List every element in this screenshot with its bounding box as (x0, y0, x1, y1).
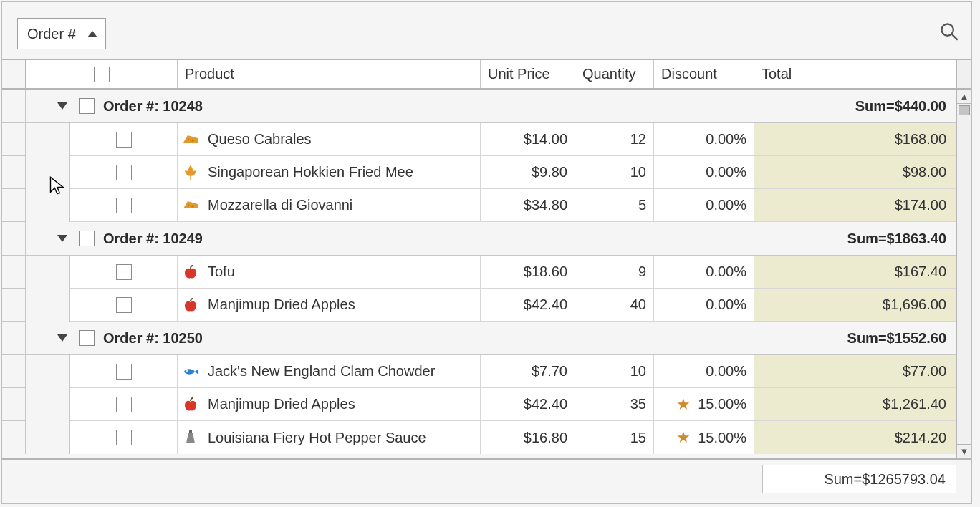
column-header-discount[interactable]: Discount (654, 60, 754, 88)
svg-point-3 (191, 139, 193, 141)
cell-quantity[interactable]: 9 (575, 256, 654, 289)
table-row[interactable]: Queso Cabrales$14.00120.00%$168.00 (2, 123, 956, 156)
cell-quantity[interactable]: 10 (575, 156, 654, 189)
select-all-header[interactable] (26, 60, 178, 88)
svg-point-0 (942, 24, 953, 36)
cell-discount-label: 0.00% (706, 363, 746, 380)
cell-discount-label: 0.00% (706, 164, 746, 180)
cell-discount[interactable]: ★15.00% (654, 421, 754, 454)
table-row[interactable]: Tofu$18.6090.00%$167.40 (2, 256, 956, 289)
group-checkbox[interactable] (79, 330, 95, 346)
cell-total[interactable]: $1,696.00 (754, 289, 956, 322)
row-checkbox[interactable] (116, 430, 132, 445)
cell-quantity[interactable]: 5 (575, 189, 654, 222)
cell-total[interactable]: $174.00 (754, 189, 956, 222)
group-expand-icon[interactable] (57, 235, 67, 242)
cell-product-label: Manjimup Dried Apples (208, 396, 355, 412)
cell-unit-price[interactable]: $42.40 (481, 388, 575, 421)
row-select-cell (70, 123, 178, 156)
group-expand-icon[interactable] (57, 102, 67, 110)
cell-unit-price[interactable]: $7.70 (481, 355, 575, 388)
cell-discount-label: 15.00% (698, 396, 746, 412)
cell-product[interactable]: Louisiana Fiery Hot Pepper Sauce (178, 421, 481, 454)
search-icon[interactable] (939, 21, 959, 42)
cell-discount[interactable]: 0.00% (654, 256, 754, 289)
cell-discount[interactable]: 0.00% (654, 156, 754, 189)
cell-discount[interactable]: ★15.00% (654, 388, 754, 421)
cell-product[interactable]: Jack's New England Clam Chowder (178, 355, 481, 388)
cell-unit-price[interactable]: $14.00 (481, 123, 575, 156)
cell-total[interactable]: $77.00 (754, 355, 956, 388)
row-select-cell (70, 156, 178, 189)
cell-product[interactable]: Queso Cabrales (178, 123, 481, 156)
cell-total[interactable]: $167.40 (754, 256, 956, 289)
row-checkbox[interactable] (116, 397, 132, 412)
group-checkbox[interactable] (79, 98, 95, 114)
row-checkbox[interactable] (116, 364, 132, 380)
group-panel: Order # (2, 2, 971, 59)
cell-discount-label: 15.00% (698, 430, 746, 446)
table-row[interactable]: Singaporean Hokkien Fried Mee$9.80100.00… (2, 156, 956, 189)
select-all-checkbox[interactable] (94, 67, 110, 82)
vertical-scrollbar[interactable]: ▲ ▼ (956, 90, 971, 458)
cell-product[interactable]: Manjimup Dried Apples (178, 289, 481, 322)
cell-quantity[interactable]: 10 (575, 355, 654, 388)
cell-quantity[interactable]: 35 (575, 388, 654, 421)
row-checkbox[interactable] (116, 198, 132, 213)
group-sum: Sum=$440.00 (754, 90, 956, 122)
cell-discount[interactable]: 0.00% (654, 189, 754, 222)
row-checkbox[interactable] (116, 132, 132, 148)
cell-discount[interactable]: 0.00% (654, 355, 754, 388)
group-checkbox[interactable] (79, 231, 95, 246)
group-expand-icon[interactable] (57, 334, 67, 342)
cell-unit-price[interactable]: $34.80 (481, 189, 575, 222)
cell-quantity[interactable]: 12 (575, 123, 654, 156)
scroll-down-icon[interactable]: ▼ (957, 444, 971, 458)
cell-product-label: Tofu (208, 264, 235, 280)
table-row[interactable]: Louisiana Fiery Hot Pepper Sauce$16.8015… (2, 421, 956, 454)
cell-discount[interactable]: 0.00% (654, 289, 754, 322)
row-indicator (2, 256, 26, 289)
cell-total[interactable]: $98.00 (754, 156, 956, 189)
table-row[interactable]: Jack's New England Clam Chowder$7.70100.… (2, 355, 956, 388)
row-select-cell (70, 289, 178, 322)
column-header-row: Product Unit Price Quantity Discount Tot… (2, 59, 971, 90)
product-category-icon (182, 197, 199, 214)
column-header-product[interactable]: Product (178, 60, 481, 88)
table-row[interactable]: Manjimup Dried Apples$42.40400.00%$1,696… (2, 289, 956, 322)
table-row[interactable]: Manjimup Dried Apples$42.4035★15.00%$1,2… (2, 388, 956, 421)
cell-quantity[interactable]: 15 (575, 421, 654, 454)
cell-discount-label: 0.00% (706, 131, 746, 148)
cell-product[interactable]: Tofu (178, 256, 481, 289)
cell-unit-price[interactable]: $16.80 (481, 421, 575, 454)
cell-product[interactable]: Singaporean Hokkien Fried Mee (178, 156, 481, 189)
group-by-box[interactable]: Order # (17, 18, 106, 49)
grid-body: Order #: 10248Sum=$440.00Queso Cabrales$… (2, 90, 971, 458)
row-select-cell (70, 355, 178, 388)
column-header-total[interactable]: Total (754, 60, 956, 88)
table-row[interactable]: Mozzarella di Giovanni$34.8050.00%$174.0… (2, 189, 956, 222)
cell-unit-price[interactable]: $9.80 (481, 156, 575, 189)
row-indicator (2, 421, 26, 454)
star-icon: ★ (676, 395, 691, 414)
cell-product[interactable]: Mozzarella di Giovanni (178, 189, 481, 222)
scroll-up-icon[interactable]: ▲ (957, 90, 971, 104)
scrollbar-thumb[interactable] (959, 105, 970, 115)
cell-unit-price[interactable]: $18.60 (481, 256, 575, 289)
cell-product[interactable]: Manjimup Dried Apples (178, 388, 481, 421)
svg-point-6 (186, 370, 188, 371)
row-checkbox[interactable] (116, 297, 132, 313)
cell-product-label: Singaporean Hokkien Fried Mee (208, 164, 413, 180)
row-checkbox[interactable] (116, 165, 132, 180)
cell-unit-price[interactable]: $42.40 (481, 289, 575, 322)
cell-total[interactable]: $1,261.40 (754, 388, 956, 421)
row-checkbox[interactable] (116, 264, 132, 280)
cell-quantity[interactable]: 40 (575, 289, 654, 322)
column-header-unit-price[interactable]: Unit Price (481, 60, 575, 88)
cell-total[interactable]: $168.00 (754, 123, 956, 156)
star-icon: ★ (676, 428, 691, 447)
column-header-quantity[interactable]: Quantity (575, 60, 654, 88)
cell-total[interactable]: $214.20 (754, 421, 956, 454)
cell-discount[interactable]: 0.00% (654, 123, 754, 156)
group-label: Order #: 10248 (103, 98, 203, 115)
